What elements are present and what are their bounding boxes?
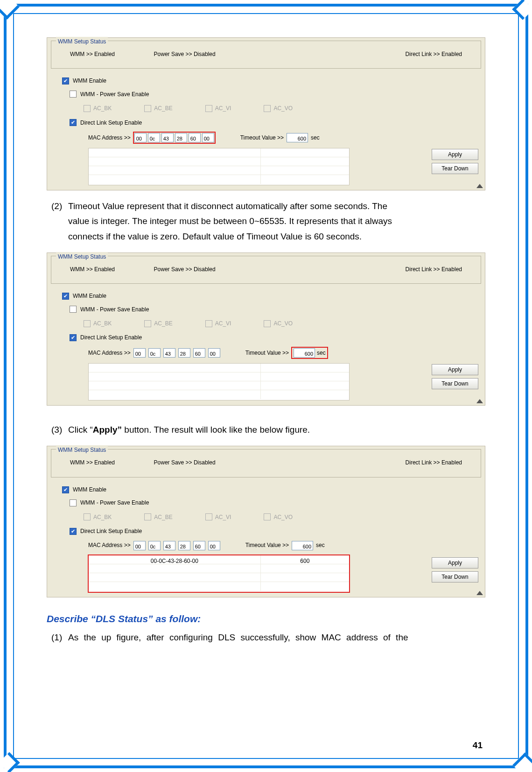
wmm-panel-1: WMM Setup Status WMM >> Enabled Power Sa… — [47, 37, 485, 190]
mac-1[interactable]: 0c — [148, 133, 160, 142]
sec-label-3: sec — [316, 540, 325, 550]
tear-down-button[interactable]: Tear Down — [432, 163, 478, 174]
wmm-enable-checkbox-2[interactable] — [62, 293, 69, 300]
ac-be-label-2: AC_BE — [154, 319, 172, 328]
ac-vi-3 — [205, 513, 212, 520]
wmm-panel-2: WMM Setup Status WMM >> Enabled Power Sa… — [47, 253, 485, 406]
scroll-up-icon[interactable] — [476, 184, 483, 188]
section-heading: Describe “DLS Status” as follow: — [47, 611, 485, 627]
wmm-enable-checkbox-3[interactable] — [62, 486, 69, 493]
mac3-5[interactable]: 00 — [208, 541, 220, 550]
ac-vi-2 — [205, 320, 212, 327]
apply-button-2[interactable]: Apply — [432, 364, 478, 375]
ac-vo-label: AC_VO — [273, 104, 293, 113]
timeout-input-3[interactable]: 600 — [292, 541, 313, 550]
sec-label-2: sec — [317, 348, 326, 358]
ps-enable-label-3: WMM - Power Save Enable — [80, 498, 149, 507]
mac3-4[interactable]: 60 — [193, 541, 205, 550]
mac-4[interactable]: 60 — [189, 133, 201, 142]
ac-bk-label-2: AC_BK — [93, 319, 112, 328]
status-power-3: Power Save >> Disabled — [154, 458, 216, 467]
ac-vo-2 — [264, 320, 271, 327]
para3-b: button. The result will look like the be… — [122, 425, 310, 435]
mac2-4[interactable]: 60 — [193, 348, 205, 358]
mac3-3[interactable]: 28 — [178, 541, 190, 550]
page-number: 41 — [473, 740, 483, 751]
para4-a: As the up figure, after configuring DLS … — [68, 632, 408, 642]
ac-be-label: AC_BE — [154, 104, 172, 113]
wmm-fieldset-2: WMM Setup Status WMM >> Enabled Power Sa… — [51, 256, 481, 284]
dls-enable-label-2: Direct Link Setup Enable — [80, 333, 142, 342]
ac-vo-label-2: AC_VO — [273, 319, 293, 328]
scroll-up-icon-3[interactable] — [476, 591, 483, 595]
wmm-fieldset: WMM Setup Status WMM >> Enabled Power Sa… — [51, 41, 481, 69]
ac-bk-label: AC_BK — [93, 104, 112, 113]
mac2-5[interactable]: 00 — [208, 348, 220, 358]
dls-enable-checkbox-2[interactable] — [70, 334, 77, 341]
wmm-enable-label-3: WMM Enable — [73, 485, 106, 494]
ps-enable-checkbox[interactable] — [70, 91, 77, 98]
status-direct-3: Direct Link >> Enabled — [406, 458, 462, 467]
ac-bk-3 — [84, 513, 91, 520]
status-row: WMM >> Enabled Power Save >> Disabled Di… — [51, 48, 481, 63]
wmm-enable-checkbox[interactable] — [62, 77, 69, 84]
fieldset-legend: WMM Setup Status — [56, 37, 108, 46]
dls-enable-checkbox[interactable] — [70, 119, 77, 126]
timeout-input[interactable]: 600 — [287, 133, 308, 142]
para2-l3: connects if the value is zero. Default v… — [51, 229, 471, 244]
scroll-up-icon-2[interactable] — [476, 399, 483, 403]
status-wmm-2: WMM >> Enabled — [70, 265, 115, 274]
fieldset-legend-2: WMM Setup Status — [56, 252, 108, 261]
mac-5[interactable]: 00 — [202, 133, 214, 142]
ps-enable-label: WMM - Power Save Enable — [80, 90, 149, 99]
mac-0[interactable]: 00 — [134, 133, 147, 142]
mac3-0[interactable]: 00 — [133, 541, 146, 550]
ac-be-label-3: AC_BE — [154, 512, 172, 522]
mac-2[interactable]: 43 — [161, 133, 174, 142]
dls-table-2 — [88, 363, 350, 400]
dls-table-3: 00-0C-43-28-60-00 600 — [88, 555, 350, 592]
ps-enable-checkbox-2[interactable] — [70, 306, 77, 313]
ac-vi-label-2: AC_VI — [215, 319, 231, 328]
para3-a: Click “ — [68, 425, 93, 435]
timeout-label-3: Timeout Value >> — [245, 540, 289, 550]
status-power: Power Save >> Disabled — [154, 49, 216, 59]
mac-3[interactable]: 28 — [175, 133, 187, 142]
dls-enable-checkbox-3[interactable] — [70, 528, 77, 535]
page-content: WMM Setup Status WMM >> Enabled Power Sa… — [47, 37, 485, 653]
wmm-enable-label: WMM Enable — [73, 76, 106, 85]
status-power-2: Power Save >> Disabled — [154, 265, 216, 274]
dls-table — [88, 148, 350, 185]
para3-bold: Apply” — [93, 425, 122, 435]
mac3-2[interactable]: 43 — [163, 541, 175, 550]
mac2-3[interactable]: 28 — [178, 348, 190, 358]
status-direct: Direct Link >> Enabled — [406, 49, 462, 59]
dls-enable-label: Direct Link Setup Enable — [80, 118, 142, 127]
fieldset-legend-3: WMM Setup Status — [56, 445, 108, 455]
para3-num: (3) — [51, 422, 68, 437]
mac3-1[interactable]: 0c — [148, 541, 161, 550]
ac-bk-2 — [84, 320, 91, 327]
table-mac: 00-0C-43-28-60-00 — [89, 555, 261, 564]
ps-enable-checkbox-3[interactable] — [70, 499, 77, 506]
apply-button[interactable]: Apply — [432, 149, 478, 160]
status-wmm: WMM >> Enabled — [70, 49, 115, 59]
para4-num: (1) — [51, 630, 68, 645]
para-3: (3)Click “Apply” button. The result will… — [51, 422, 471, 437]
mac-label: MAC Address >> — [88, 133, 131, 142]
para2-l1: Timeout Value represent that it disconne… — [68, 201, 387, 211]
tear-down-button-2[interactable]: Tear Down — [432, 378, 478, 389]
mac-row: MAC Address >> 00 0c 43 28 60 00 Timeout… — [51, 132, 481, 143]
mac2-2[interactable]: 43 — [163, 348, 175, 358]
mac2-1[interactable]: 0c — [148, 348, 161, 358]
para-4: (1)As the up figure, after configuring D… — [51, 630, 471, 645]
ac-vi-label-3: AC_VI — [215, 512, 231, 522]
ac-vi-label: AC_VI — [215, 104, 231, 113]
mac-label-3: MAC Address >> — [88, 540, 131, 550]
ac-be-2 — [144, 320, 151, 327]
apply-button-3[interactable]: Apply — [432, 557, 478, 568]
mac2-0[interactable]: 00 — [133, 348, 146, 358]
tear-down-button-3[interactable]: Tear Down — [432, 571, 478, 583]
wmm-panel-3: WMM Setup Status WMM >> Enabled Power Sa… — [47, 446, 485, 597]
timeout-input-2[interactable]: 600 — [294, 348, 315, 358]
